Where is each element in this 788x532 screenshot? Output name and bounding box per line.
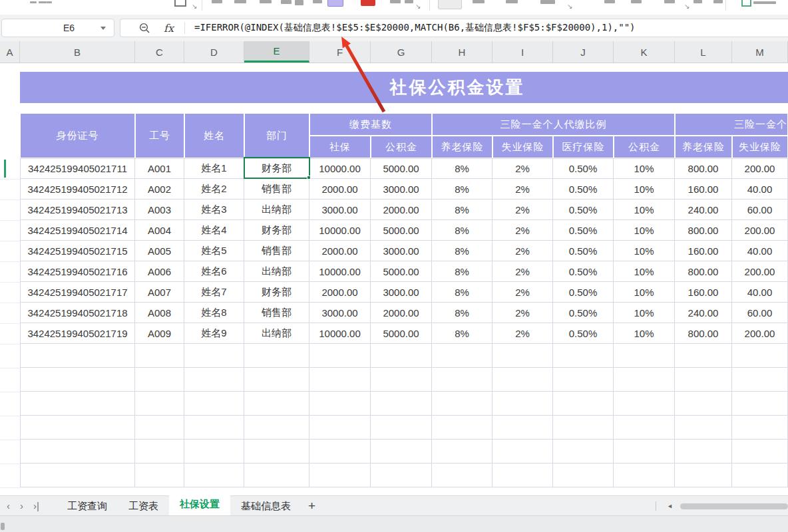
sheet-tab-基础信息表[interactable]: 基础信息表 — [230, 496, 301, 516]
toolbar-icon-fragment[interactable] — [753, 1, 776, 4]
cell-empty[interactable] — [371, 464, 432, 487]
cell-I9[interactable]: 2% — [492, 220, 553, 241]
column-header-B[interactable]: B — [20, 41, 135, 63]
cell-empty[interactable] — [309, 392, 371, 416]
column-header-F[interactable]: F — [309, 41, 371, 63]
cell-empty[interactable] — [184, 464, 244, 487]
toolbar-icon-fragment[interactable] — [664, 0, 675, 3]
cell-empty[interactable] — [614, 440, 675, 464]
cell-E11[interactable]: 出纳部 — [244, 261, 309, 282]
cell-empty[interactable] — [244, 344, 309, 368]
cell-empty[interactable] — [614, 368, 675, 392]
header-id-number[interactable]: 身份证号 — [20, 113, 135, 158]
cell-empty[interactable] — [244, 440, 309, 464]
cell-L6[interactable]: 800.00 — [675, 158, 732, 179]
toolbar-pressed-button[interactable] — [438, 0, 462, 9]
column-header-A[interactable]: A — [0, 41, 20, 63]
header-name[interactable]: 姓名 — [184, 113, 244, 158]
toolbar-icon-fragment[interactable] — [741, 0, 751, 7]
cell-K9[interactable]: 10% — [614, 220, 675, 241]
scroll-left-icon[interactable]: ◄ — [667, 496, 673, 516]
toolbar-icon-fragment[interactable] — [604, 0, 615, 3]
cell-K14[interactable]: 10% — [614, 323, 675, 344]
cell-M13[interactable]: 60.00 — [732, 303, 788, 323]
name-box[interactable]: E6 — [1, 19, 114, 37]
zoom-out-icon[interactable] — [139, 23, 150, 34]
cell-D14[interactable]: 姓名9 — [184, 323, 244, 344]
cell-empty[interactable] — [20, 464, 135, 487]
font-color-icon[interactable] — [361, 0, 375, 6]
cell-I7[interactable]: 2% — [492, 179, 553, 200]
cell-empty[interactable] — [492, 464, 553, 487]
add-sheet-button[interactable]: + — [308, 496, 315, 516]
cell-M7[interactable]: 40.00 — [732, 179, 788, 200]
cell-B13[interactable]: 342425199405021718 — [20, 303, 135, 323]
cell-empty[interactable] — [614, 344, 675, 368]
cell-I13[interactable]: 2% — [492, 303, 553, 323]
cell-empty[interactable] — [614, 392, 675, 416]
cell-F11[interactable]: 10000.00 — [309, 261, 371, 282]
cell-empty[interactable] — [614, 464, 675, 487]
toolbar-icon-fragment[interactable] — [295, 0, 303, 5]
cell-L10[interactable]: 160.00 — [675, 241, 732, 261]
cell-B14[interactable]: 342425199405021719 — [20, 323, 135, 344]
cell-D8[interactable]: 姓名3 — [184, 200, 244, 220]
cell-J7[interactable]: 0.50% — [553, 179, 614, 200]
cell-J9[interactable]: 0.50% — [553, 220, 614, 241]
cell-B11[interactable]: 342425199405021716 — [20, 261, 135, 282]
formula-text[interactable]: =IFERROR(@INDEX(基础信息表!$E$5:$E$20000,MATC… — [194, 22, 636, 34]
cell-G10[interactable]: 3000.00 — [371, 241, 432, 261]
cell-empty[interactable] — [492, 416, 553, 440]
cell-D6[interactable]: 姓名1 — [184, 158, 244, 179]
cell-J12[interactable]: 0.50% — [553, 282, 614, 303]
cell-empty[interactable] — [732, 344, 788, 368]
cell-E9[interactable]: 财务部 — [244, 220, 309, 241]
sub-header-6[interactable]: 公积金 — [614, 136, 675, 158]
cell-empty[interactable] — [20, 344, 135, 368]
toolbar-icon-fragment[interactable] — [713, 0, 723, 3]
cell-D13[interactable]: 姓名8 — [184, 303, 244, 323]
cell-I8[interactable]: 2% — [492, 200, 553, 220]
cell-empty[interactable] — [371, 440, 432, 464]
sub-header-7[interactable]: 养老保险 — [675, 136, 732, 158]
cell-G7[interactable]: 3000.00 — [371, 179, 432, 200]
cell-empty[interactable] — [244, 392, 309, 416]
sub-header-1[interactable]: 社保 — [309, 136, 371, 158]
header-base-group[interactable]: 缴费基数 — [309, 113, 432, 136]
toolbar-icon-fragment[interactable] — [693, 0, 702, 3]
cell-M8[interactable]: 60.00 — [732, 200, 788, 220]
cell-empty[interactable] — [309, 464, 371, 487]
cell-empty[interactable] — [309, 440, 371, 464]
cell-E6[interactable]: 财务部 — [244, 158, 309, 179]
cell-B6[interactable]: 342425199405021711 — [20, 158, 135, 179]
last-sheet-icon[interactable]: ›| — [33, 496, 39, 516]
cell-empty[interactable] — [184, 440, 244, 464]
cell-E13[interactable]: 销售部 — [244, 303, 309, 323]
cell-empty[interactable] — [492, 368, 553, 392]
cell-M12[interactable]: 40.00 — [732, 282, 788, 303]
cell-B10[interactable]: 342425199405021715 — [20, 241, 135, 261]
column-header-G[interactable]: G — [371, 41, 432, 63]
dialog-launcher-icon[interactable]: ↘ — [192, 3, 197, 10]
cell-M6[interactable]: 200.00 — [732, 158, 788, 179]
cell-empty[interactable] — [135, 416, 184, 440]
cell-empty[interactable] — [432, 368, 492, 392]
cell-empty[interactable] — [244, 416, 309, 440]
cell-empty[interactable] — [675, 368, 732, 392]
cell-I14[interactable]: 2% — [492, 323, 553, 344]
cell-G6[interactable]: 5000.00 — [371, 158, 432, 179]
cell-D10[interactable]: 姓名5 — [184, 241, 244, 261]
cell-E7[interactable]: 销售部 — [244, 179, 309, 200]
sheet-tab-工资表[interactable]: 工资表 — [118, 496, 169, 516]
cell-empty[interactable] — [371, 392, 432, 416]
cell-F8[interactable]: 3000.00 — [309, 200, 371, 220]
cell-B8[interactable]: 342425199405021713 — [20, 200, 135, 220]
header-ratio-group[interactable]: 三险一金个人代缴比例 — [432, 113, 675, 136]
formula-input[interactable]: fx =IFERROR(@INDEX(基础信息表!$E$5:$E$20000,M… — [120, 19, 788, 37]
table-title-cell[interactable]: 社保公积金设置 — [20, 72, 788, 103]
cell-empty[interactable] — [553, 416, 614, 440]
column-header-I[interactable]: I — [492, 41, 553, 63]
cell-empty[interactable] — [135, 344, 184, 368]
cell-H8[interactable]: 8% — [432, 200, 492, 220]
cell-G9[interactable]: 5000.00 — [371, 220, 432, 241]
